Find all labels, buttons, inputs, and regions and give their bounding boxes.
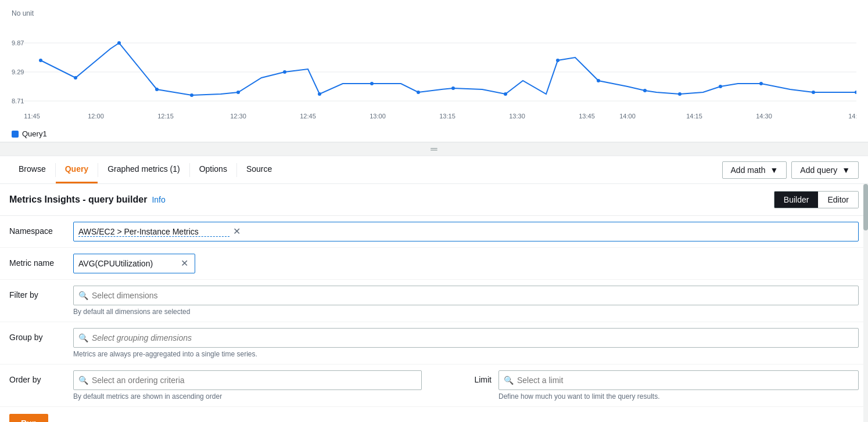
drag-handle[interactable]: ═ <box>0 142 868 156</box>
filter-by-input[interactable] <box>92 291 853 300</box>
svg-point-10 <box>190 93 193 97</box>
metric-name-input[interactable] <box>78 259 177 268</box>
filter-by-helper: By default all dimensions are selected <box>73 308 859 316</box>
svg-point-20 <box>643 89 647 92</box>
namespace-label: Namespace <box>9 222 73 236</box>
add-query-label: Add query <box>800 165 837 175</box>
filter-by-row: Filter by 🔍 By default all dimensions ar… <box>0 280 868 322</box>
legend-color <box>12 131 19 138</box>
namespace-field[interactable]: ✕ <box>73 222 859 241</box>
metric-name-row: Metric name ✕ <box>0 248 868 280</box>
scrollbar-thumb[interactable] <box>863 184 868 230</box>
svg-point-23 <box>759 82 763 85</box>
svg-point-22 <box>719 85 722 88</box>
svg-text:8.71: 8.71 <box>12 98 24 104</box>
svg-point-7 <box>74 76 77 80</box>
svg-point-12 <box>283 70 286 74</box>
order-by-helper: By default metrics are shown in ascendin… <box>73 392 474 401</box>
namespace-input[interactable] <box>78 227 229 237</box>
limit-helper: Define how much you want to limit the qu… <box>498 392 859 401</box>
svg-point-14 <box>370 82 374 85</box>
chart-y-label: No unit <box>12 9 34 17</box>
group-by-field[interactable]: 🔍 <box>73 328 859 348</box>
svg-text:14:00: 14:00 <box>619 113 636 120</box>
filter-by-label: Filter by <box>9 286 73 300</box>
add-math-label: Add math <box>731 165 766 175</box>
add-query-chevron-icon: ▼ <box>842 165 850 175</box>
run-button[interactable]: Run <box>9 414 48 422</box>
svg-point-16 <box>451 86 455 90</box>
svg-point-19 <box>597 79 600 82</box>
tab-options[interactable]: Options <box>190 156 236 183</box>
svg-text:12:15: 12:15 <box>157 113 174 120</box>
chart-legend: Query1 <box>12 129 856 138</box>
tab-browse[interactable]: Browse <box>9 156 55 183</box>
svg-point-21 <box>678 92 682 96</box>
group-by-content: 🔍 Metrics are always pre-aggregated into… <box>73 328 859 358</box>
group-by-input[interactable] <box>92 333 853 342</box>
tab-graphed-metrics[interactable]: Graphed metrics (1) <box>98 156 189 183</box>
builder-button[interactable]: Builder <box>774 192 819 208</box>
svg-point-8 <box>117 41 121 45</box>
tab-source[interactable]: Source <box>237 156 281 183</box>
limit-input[interactable] <box>517 376 853 385</box>
svg-text:12:00: 12:00 <box>88 113 104 120</box>
namespace-content: ✕ <box>73 222 859 241</box>
svg-text:9.87: 9.87 <box>12 39 24 46</box>
info-link[interactable]: Info <box>152 195 165 204</box>
svg-text:14:15: 14:15 <box>686 113 702 120</box>
filter-by-field[interactable]: 🔍 <box>73 286 859 305</box>
chart-svg: 9.87 9.29 8.71 11:45 12:00 12:15 12:30 1… <box>12 26 856 124</box>
svg-text:13:15: 13:15 <box>439 113 455 120</box>
svg-point-18 <box>556 59 559 62</box>
svg-text:11:45: 11:45 <box>24 113 40 120</box>
limit-field[interactable]: 🔍 <box>498 370 859 390</box>
svg-point-9 <box>155 88 159 91</box>
order-by-field[interactable]: 🔍 <box>73 370 422 390</box>
svg-text:13:00: 13:00 <box>370 113 386 120</box>
tabs-left: Browse Query Graphed metrics (1) Options… <box>9 156 722 183</box>
svg-text:14:30: 14:30 <box>756 113 772 120</box>
namespace-clear-button[interactable]: ✕ <box>232 227 242 236</box>
add-query-button[interactable]: Add query ▼ <box>791 161 859 179</box>
svg-point-11 <box>236 91 240 94</box>
tabs-right: Add math ▼ Add query ▼ <box>722 161 859 179</box>
metric-name-clear-button[interactable]: ✕ <box>180 259 189 268</box>
tab-query[interactable]: Query <box>56 156 98 183</box>
svg-text:9.29: 9.29 <box>12 68 24 75</box>
order-by-input[interactable] <box>92 376 417 385</box>
group-by-label: Group by <box>9 328 73 342</box>
order-by-label: Order by <box>9 370 73 384</box>
metric-name-field[interactable]: ✕ <box>73 254 195 273</box>
limit-label: Limit <box>474 370 492 384</box>
query-panel-header: Metrics Insights - query builder Info Bu… <box>0 184 868 216</box>
svg-point-13 <box>318 92 321 96</box>
add-math-button[interactable]: Add math ▼ <box>722 161 787 179</box>
svg-text:12:45: 12:45 <box>300 113 316 120</box>
group-by-helper: Metrics are always pre-aggregated into a… <box>73 350 859 358</box>
run-row: Run <box>0 407 868 422</box>
svg-point-15 <box>417 91 420 94</box>
svg-text:13:45: 13:45 <box>579 113 595 120</box>
query-panel-title: Metrics Insights - query builder Info <box>9 194 166 205</box>
legend-label: Query1 <box>22 129 47 138</box>
svg-text:12:30: 12:30 <box>230 113 246 120</box>
svg-text:13:30: 13:30 <box>509 113 525 120</box>
svg-text:14:45: 14:45 <box>848 113 856 120</box>
chart-area: No unit 9.87 9.29 8.71 11:45 <box>0 0 868 142</box>
query-panel-title-text: Metrics Insights - query builder <box>9 194 147 205</box>
group-by-search-icon: 🔍 <box>78 333 88 342</box>
scrollbar[interactable] <box>863 184 868 422</box>
editor-button[interactable]: Editor <box>818 192 858 208</box>
group-by-row: Group by 🔍 Metrics are always pre-aggreg… <box>0 322 868 365</box>
order-limit-row: Order by 🔍 By default metrics are shown … <box>0 365 868 407</box>
svg-point-17 <box>504 92 507 96</box>
filter-by-content: 🔍 By default all dimensions are selected <box>73 286 859 316</box>
metric-name-label: Metric name <box>9 254 73 268</box>
limit-part: Limit 🔍 Define how much you want to limi… <box>474 370 859 401</box>
svg-point-24 <box>812 91 815 94</box>
svg-point-25 <box>855 91 856 94</box>
filter-by-search-icon: 🔍 <box>78 291 88 300</box>
limit-search-icon: 🔍 <box>504 376 514 385</box>
limit-content: 🔍 Define how much you want to limit the … <box>498 370 859 401</box>
